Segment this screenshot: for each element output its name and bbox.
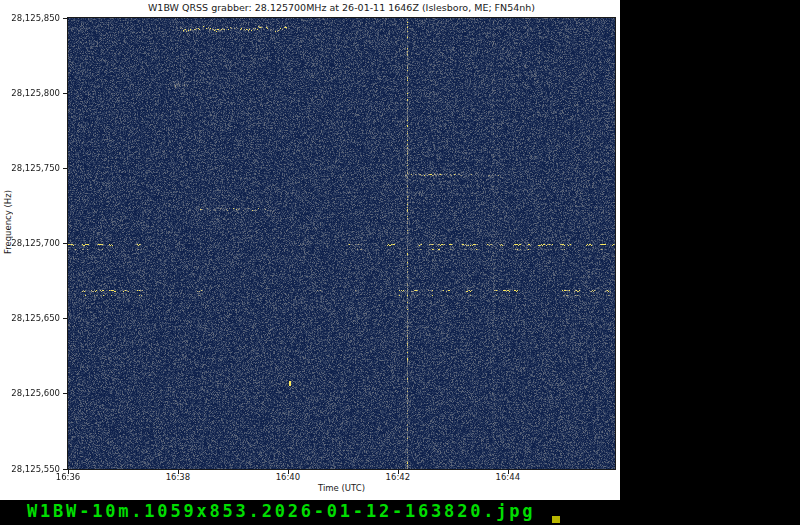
x-tick-label: 16:38 bbox=[156, 473, 200, 482]
y-tick-mark bbox=[63, 393, 67, 394]
qrss-grabber-figure: W1BW QRSS grabber: 28.125700MHz at 26-01… bbox=[0, 0, 620, 500]
y-tick-mark bbox=[63, 318, 67, 319]
image-viewer-screen: W1BW QRSS grabber: 28.125700MHz at 26-01… bbox=[0, 0, 800, 525]
y-tick-mark bbox=[63, 93, 67, 94]
y-tick-mark bbox=[63, 243, 67, 244]
x-tick-label: 16:44 bbox=[486, 473, 530, 482]
y-tick-label: 28,125,600 bbox=[0, 389, 60, 398]
text-cursor bbox=[552, 516, 560, 523]
y-tick-label: 28,125,700 bbox=[0, 239, 60, 248]
viewer-status-bar: W1BW-10m.1059x853.2026-01-12-163820.jpg bbox=[0, 500, 800, 525]
image-filename-text: W1BW-10m.1059x853.2026-01-12-163820.jpg bbox=[27, 501, 535, 521]
y-tick-label: 28,125,850 bbox=[0, 14, 60, 23]
x-tick-label: 16:36 bbox=[46, 473, 90, 482]
x-tick-label: 16:42 bbox=[376, 473, 420, 482]
y-tick-label: 28,125,650 bbox=[0, 314, 60, 323]
y-tick-label: 28,125,750 bbox=[0, 164, 60, 173]
spectrogram-canvas bbox=[67, 17, 616, 470]
y-tick-mark bbox=[63, 18, 67, 19]
y-tick-mark bbox=[63, 168, 67, 169]
chart-title: W1BW QRSS grabber: 28.125700MHz at 26-01… bbox=[68, 2, 615, 13]
y-tick-mark bbox=[63, 469, 67, 470]
y-tick-label: 28,125,800 bbox=[0, 89, 60, 98]
x-axis-label: Time (UTC) bbox=[68, 483, 615, 493]
x-tick-label: 16:40 bbox=[266, 473, 310, 482]
